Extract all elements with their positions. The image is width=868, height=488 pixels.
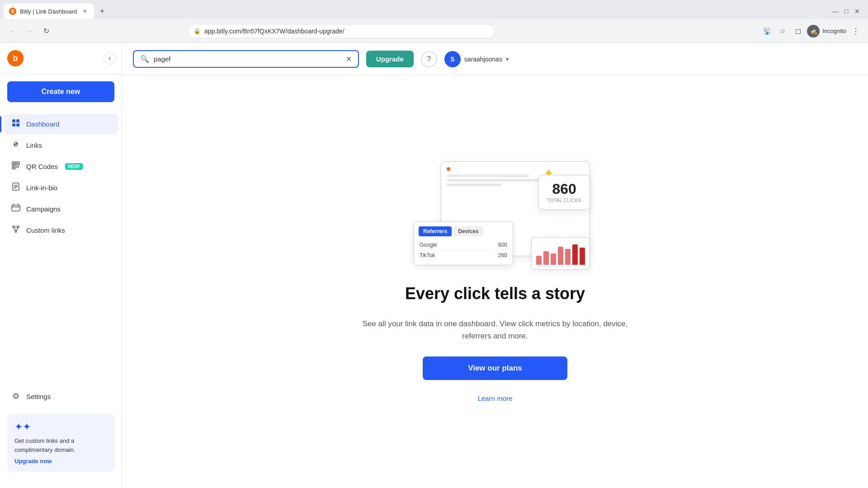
incognito-icon: 🕵 xyxy=(807,25,820,38)
devices-tab[interactable]: Devices xyxy=(453,226,483,236)
svg-point-23 xyxy=(15,230,17,232)
nav-items: Dashboard Links xyxy=(0,109,122,386)
tab-close-button[interactable]: ✕ xyxy=(81,8,89,15)
refresh-button[interactable]: ↻ xyxy=(40,25,52,38)
bar-6 xyxy=(572,244,578,265)
close-window-button[interactable]: ✕ xyxy=(854,8,861,15)
sidebar-item-settings[interactable]: ⚙ Settings xyxy=(4,387,118,406)
custom-links-label: Custom links xyxy=(26,226,65,234)
svg-rect-2 xyxy=(12,123,15,127)
sidebar-item-link-in-bio[interactable]: Link-in-bio xyxy=(4,178,118,198)
main-content: 🔍 ✕ Upgrade ? S saraahjoonas ▾ xyxy=(122,43,868,488)
upgrade-promo-card: ✦✦ Get custom links and a complimentary … xyxy=(7,414,114,472)
bar-3 xyxy=(551,253,556,265)
campaigns-icon xyxy=(11,203,21,215)
search-input[interactable] xyxy=(154,55,341,63)
user-area[interactable]: S saraahjoonas ▾ xyxy=(444,51,509,67)
sidebar-item-qr-codes[interactable]: QR Codes NEW! xyxy=(4,156,118,177)
qr-codes-badge: NEW! xyxy=(65,163,83,170)
svg-rect-0 xyxy=(12,119,15,122)
referrer-count: 260 xyxy=(498,252,507,258)
svg-point-21 xyxy=(13,226,14,228)
address-actions: 📡 ☆ ◻ 🕵 Incognito ⋮ xyxy=(761,24,863,38)
learn-more-link[interactable]: Learn more xyxy=(478,394,513,402)
view-plans-button[interactable]: View our plans xyxy=(423,357,567,380)
dashboard-illustration: ✦ 860 TOTAL CLICKS Referrers Devices Goo… xyxy=(400,161,590,270)
bar-chart xyxy=(536,242,585,265)
sidebar-item-dashboard[interactable]: Dashboard xyxy=(4,114,118,134)
bookmark-icon[interactable]: ☆ xyxy=(776,25,789,38)
hero-title: Every click tells a story xyxy=(405,284,585,303)
referrer-source: Google xyxy=(420,242,437,248)
screen-line xyxy=(447,174,529,177)
top-bar: 🔍 ✕ Upgrade ? S saraahjoonas ▾ xyxy=(122,43,868,75)
back-button[interactable]: ← xyxy=(5,25,18,38)
hero-area: ✦ 860 TOTAL CLICKS Referrers Devices Goo… xyxy=(122,75,868,488)
forward-button[interactable]: → xyxy=(23,25,35,38)
upgrade-button[interactable]: Upgrade xyxy=(366,51,414,67)
upgrade-now-link[interactable]: Upgrade now xyxy=(14,458,52,465)
referrers-tabs: Referrers Devices xyxy=(419,226,508,236)
profile-icon[interactable]: ◻ xyxy=(792,25,804,38)
nav-item-wrapper-links: Links xyxy=(0,135,122,155)
link-in-bio-label: Link-in-bio xyxy=(26,184,57,192)
dashboard-icon xyxy=(11,118,21,130)
nav-item-wrapper-qr: QR Codes NEW! xyxy=(0,156,122,177)
search-box[interactable]: 🔍 ✕ xyxy=(133,50,359,68)
active-tab[interactable]: B Bitly | Link Dashboard ✕ xyxy=(4,4,94,19)
qr-codes-label: QR Codes xyxy=(26,163,58,170)
sidebar-item-custom-links[interactable]: Custom links xyxy=(4,220,118,240)
referrers-card: Referrers Devices Google 600 TikTok 260 xyxy=(414,221,513,265)
minimize-button[interactable]: — xyxy=(832,8,839,15)
svg-rect-11 xyxy=(18,166,19,168)
app-layout: b ‹ Create new Dashboard xyxy=(0,43,868,488)
svg-line-26 xyxy=(16,228,18,230)
search-clear-button[interactable]: ✕ xyxy=(346,55,352,63)
svg-rect-10 xyxy=(16,166,17,167)
svg-rect-1 xyxy=(16,119,19,122)
referrers-tab[interactable]: Referrers xyxy=(419,226,452,236)
campaigns-label: Campaigns xyxy=(26,205,61,213)
help-button[interactable]: ? xyxy=(421,51,437,67)
svg-rect-17 xyxy=(12,205,20,211)
settings-icon: ⚙ xyxy=(11,391,21,401)
cast-icon[interactable]: 📡 xyxy=(761,25,774,38)
referrer-count: 600 xyxy=(498,242,507,248)
bitly-logo: b xyxy=(7,50,24,66)
bar-2 xyxy=(543,251,549,265)
stats-number: 860 xyxy=(547,182,581,196)
new-tab-button[interactable]: + xyxy=(96,5,108,18)
tab-favicon: B xyxy=(9,8,16,15)
sidebar-header: b ‹ xyxy=(0,43,122,74)
user-name: saraahjoonas xyxy=(464,56,502,63)
nav-item-wrapper-settings: ⚙ Settings xyxy=(0,386,122,407)
nav-item-wrapper-custom-links: Custom links xyxy=(0,220,122,240)
url-text: app.bitly.com/Bn57fQxKX7W/dashboard-upgr… xyxy=(204,28,489,35)
sidebar-bottom: ✦✦ Get custom links and a complimentary … xyxy=(0,407,122,479)
active-indicator xyxy=(0,116,1,132)
svg-rect-9 xyxy=(13,167,14,168)
lock-icon: 🔒 xyxy=(193,28,201,34)
user-avatar: S xyxy=(444,51,461,67)
tab-controls: — □ ✕ xyxy=(832,8,864,15)
incognito-label: Incognito xyxy=(822,28,846,34)
links-label: Links xyxy=(26,141,42,149)
upgrade-card-text: Get custom links and a complimentary dom… xyxy=(14,436,107,454)
maximize-button[interactable]: □ xyxy=(843,8,850,15)
stats-card: 860 TOTAL CLICKS xyxy=(538,175,590,210)
collapse-sidebar-button[interactable]: ‹ xyxy=(104,52,116,65)
custom-links-icon xyxy=(11,225,21,236)
stats-label: TOTAL CLICKS xyxy=(547,198,581,203)
sidebar-item-links[interactable]: Links xyxy=(4,135,118,155)
url-bar[interactable]: 🔒 app.bitly.com/Bn57fQxKX7W/dashboard-up… xyxy=(188,24,495,38)
tab-bar: B Bitly | Link Dashboard ✕ + — □ ✕ xyxy=(0,0,868,19)
sidebar-item-campaigns[interactable]: Campaigns xyxy=(4,199,118,219)
browser-menu-button[interactable]: ⋮ xyxy=(849,24,863,38)
bar-1 xyxy=(536,256,542,265)
svg-rect-7 xyxy=(13,163,14,164)
screen-line xyxy=(447,183,502,186)
address-bar: ← → ↻ 🔒 app.bitly.com/Bn57fQxKX7W/dashbo… xyxy=(0,19,868,43)
create-new-button[interactable]: Create new xyxy=(7,81,114,102)
search-icon: 🔍 xyxy=(140,55,149,63)
sidebar: b ‹ Create new Dashboard xyxy=(0,43,122,488)
